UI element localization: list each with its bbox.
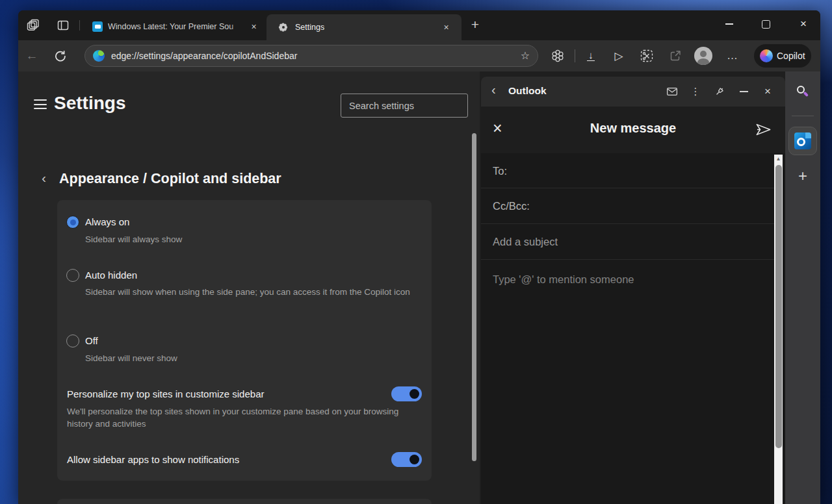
copilot-button[interactable]: Copilot [754,44,811,68]
radio-label[interactable]: Auto hidden [85,270,137,281]
panel-back-icon[interactable]: ‹ [491,82,496,97]
toggle-description: We'll personalize the top sites shown in… [67,405,424,430]
web-capture-icon[interactable] [638,47,655,64]
outlook-logo-icon [794,132,811,149]
downloads-button[interactable]: ↓ [582,47,599,64]
subject-placeholder: Add a subject [493,224,558,259]
radio-description: Sidebar will show when using the side pa… [85,286,439,298]
settings-search-box[interactable] [341,94,468,118]
window-minimize-button[interactable] [716,14,742,34]
back-button[interactable]: ← [23,47,40,64]
settings-gear-icon [278,22,288,32]
compose-to-field[interactable]: To: [481,153,774,188]
radio-label[interactable]: Always on [85,216,129,227]
next-card-preview [57,499,432,504]
settings-scrollbar-thumb[interactable] [472,133,476,461]
address-bar[interactable]: edge://settings/appearance/copilotAndSid… [84,45,538,67]
compose-scrollbar-thumb[interactable] [775,165,782,448]
tab-close-icon[interactable]: × [441,22,452,33]
body-placeholder: Type '@' to mention someone [493,260,634,299]
sidebar-item-outlook[interactable] [788,127,817,155]
outlook-side-panel: ‹ Outlook ⋮ × × New message [481,77,785,504]
window-close-button[interactable]: × [790,14,816,34]
radio-description: Sidebar will never show [85,352,177,364]
send-to-devices-icon[interactable]: ▷ [610,47,627,64]
toolbar-divider [575,49,575,62]
browser-window: Windows Latest: Your Premier Sou × Setti… [18,10,820,504]
tab-title-fade [229,19,246,34]
sidebar-settings-card: Always on Sidebar will always show Auto … [57,200,432,481]
compose-scrollbar-up-icon[interactable]: ▲ [774,156,783,162]
radio-label[interactable]: Off [85,335,98,346]
to-label: To: [493,153,507,188]
compose-header: × New message [481,107,785,153]
toggle-label: Allow sidebar apps to show notifications [67,454,239,465]
add-sidebar-app-button[interactable]: + [785,167,820,185]
copilot-logo-icon [760,49,773,62]
radio-description: Sidebar will always show [85,233,182,246]
settings-menu-icon[interactable] [34,99,47,112]
panel-header: ‹ Outlook ⋮ × [481,77,785,107]
tab-settings[interactable]: Settings × [266,14,462,40]
tabstrip-divider [79,20,80,31]
compose-body-field[interactable]: Type '@' to mention someone [481,260,774,299]
toggle-sidebar-notifications[interactable] [391,452,422,467]
window-maximize-button[interactable] [753,14,779,34]
settings-search-input[interactable] [341,94,483,117]
pin-icon[interactable] [713,85,726,98]
share-icon[interactable] [667,47,684,64]
settings-and-more-button[interactable]: … [724,47,741,64]
panel-title: Outlook [508,85,547,97]
settings-page: Settings ‹ Appearance / Copilot and side… [18,71,480,504]
favorite-star-icon[interactable]: ☆ [521,45,530,66]
tab-strip: Windows Latest: Your Premier Sou × Setti… [18,10,820,40]
edge-logo-icon [93,50,105,62]
workspaces-icon[interactable] [26,18,42,33]
settings-page-title: Settings [54,93,125,114]
search-icon[interactable] [797,86,809,97]
radio-auto-hidden[interactable] [66,269,79,282]
appbar-divider [792,116,814,116]
panel-more-icon[interactable]: ⋮ [689,85,702,98]
tab-title: Windows Latest: Your Premier Sou [108,22,246,31]
toggle-personalize-top-sites[interactable] [391,386,422,401]
toggle-label: Personalize my top sites in customize si… [67,388,264,399]
compose-send-icon[interactable] [755,121,772,138]
cc-bcc-label: Cc/Bcc: [493,188,530,223]
tab-actions-icon[interactable] [55,18,71,33]
radio-always-on[interactable] [66,216,79,229]
tab-title: Settings [295,23,324,32]
browser-toolbar: ← edge://settings/appearance/copilotAndS… [18,40,820,71]
profile-avatar[interactable] [694,47,712,65]
breadcrumb: Appearance / Copilot and sidebar [59,171,281,187]
extensions-icon[interactable] [549,47,566,64]
copilot-label: Copilot [777,44,805,68]
compose-subject-field[interactable]: Add a subject [481,224,774,260]
reload-button[interactable] [52,47,69,64]
compose-cc-bcc-field[interactable]: Cc/Bcc: [481,188,774,224]
windows-latest-favicon-icon [92,21,103,32]
breadcrumb-back-icon[interactable]: ‹ [42,170,46,186]
panel-close-icon[interactable]: × [761,85,774,98]
compose-title: New message [481,121,785,136]
tab-windows-latest[interactable]: Windows Latest: Your Premier Sou × [84,16,266,38]
panel-minimize-icon[interactable] [737,85,750,98]
radio-off[interactable] [66,334,79,347]
mail-icon[interactable] [666,85,679,98]
new-tab-button[interactable]: + [465,16,485,35]
tab-close-icon[interactable]: × [248,21,259,32]
sidebar-app-bar: + [785,71,820,504]
url-text[interactable]: edge://settings/appearance/copilotAndSid… [111,45,297,66]
